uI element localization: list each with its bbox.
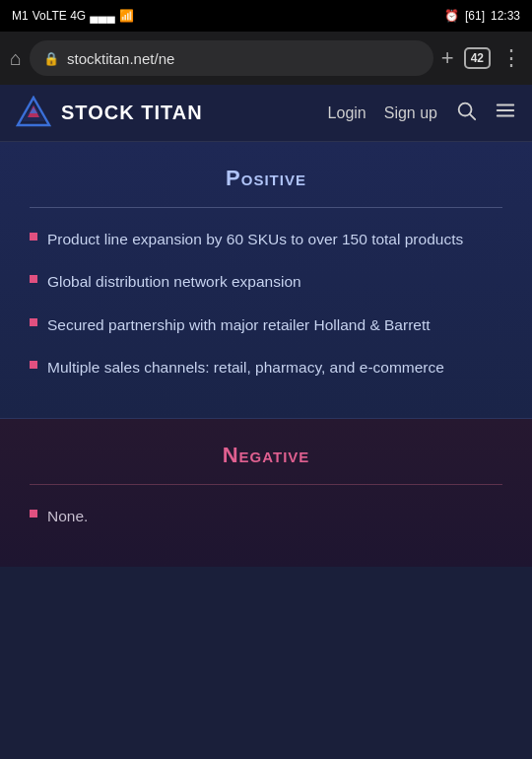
list-item-text: Secured partnership with major retailer …: [47, 313, 431, 336]
status-left: M1 VoLTE 4G ▄▄▄ 📶: [12, 9, 134, 23]
new-tab-button[interactable]: +: [441, 45, 454, 71]
status-right: ⏰ [61] 12:33: [444, 9, 520, 23]
status-bar: M1 VoLTE 4G ▄▄▄ 📶 ⏰ [61] 12:33: [0, 0, 532, 32]
list-item: Product line expansion by 60 SKUs to ove…: [30, 228, 502, 250]
list-item-text: Global distribution network expansion: [47, 270, 301, 293]
navbar: STOCK TITAN Login Sign up: [0, 85, 532, 142]
list-item: Global distribution network expansion: [30, 270, 502, 293]
list-item: Secured partnership with major retailer …: [30, 313, 502, 336]
positive-title: Positive: [30, 166, 502, 191]
list-item: Multiple sales channels: retail, pharmac…: [30, 356, 502, 379]
negative-section: Negative None.: [0, 419, 532, 567]
negative-title: Negative: [30, 443, 502, 468]
positive-bullet-list: Product line expansion by 60 SKUs to ove…: [30, 228, 502, 379]
navbar-actions: Login Sign up: [328, 100, 516, 126]
address-security-icon: 🔒: [43, 51, 59, 66]
svg-line-3: [470, 114, 475, 119]
negative-divider: [30, 484, 502, 485]
battery-icon: [61]: [465, 9, 485, 23]
navbar-logo: STOCK TITAN: [16, 96, 328, 131]
list-item-text: None.: [47, 505, 88, 527]
address-text: stocktitan.net/ne: [67, 50, 420, 67]
volte-label: VoLTE 4G: [33, 9, 86, 23]
bullet-icon: [30, 275, 37, 283]
bullet-icon: [30, 361, 37, 369]
positive-divider: [30, 207, 502, 208]
bullet-icon: [30, 318, 37, 326]
address-bar[interactable]: 🔒 stocktitan.net/ne: [30, 40, 433, 76]
negative-bullet-list: None.: [30, 505, 502, 527]
logo-text: STOCK TITAN: [61, 102, 203, 124]
search-icon[interactable]: [455, 100, 477, 126]
hamburger-menu-icon[interactable]: [495, 100, 516, 126]
bullet-icon: [30, 510, 37, 518]
alarm-icon: ⏰: [444, 9, 459, 23]
list-item: None.: [30, 505, 502, 527]
wifi-icon: 📶: [119, 9, 134, 23]
browser-actions: + 42 ⋮: [441, 45, 522, 71]
carrier-label: M1: [12, 9, 29, 23]
signup-link[interactable]: Sign up: [384, 104, 437, 122]
positive-section: Positive Product line expansion by 60 SK…: [0, 142, 532, 419]
home-button[interactable]: ⌂: [10, 47, 22, 70]
list-item-text: Product line expansion by 60 SKUs to ove…: [47, 228, 463, 250]
logo-icon: [16, 96, 51, 131]
login-link[interactable]: Login: [328, 104, 366, 122]
list-item-text: Multiple sales channels: retail, pharmac…: [47, 356, 444, 379]
time-label: 12:33: [491, 9, 520, 23]
browser-menu-button[interactable]: ⋮: [500, 45, 522, 71]
content-area: Positive Product line expansion by 60 SK…: [0, 142, 532, 567]
browser-chrome: ⌂ 🔒 stocktitan.net/ne + 42 ⋮: [0, 32, 532, 85]
signal-icon: ▄▄▄: [90, 9, 115, 23]
tab-count-button[interactable]: 42: [464, 47, 491, 69]
bullet-icon: [30, 233, 37, 241]
